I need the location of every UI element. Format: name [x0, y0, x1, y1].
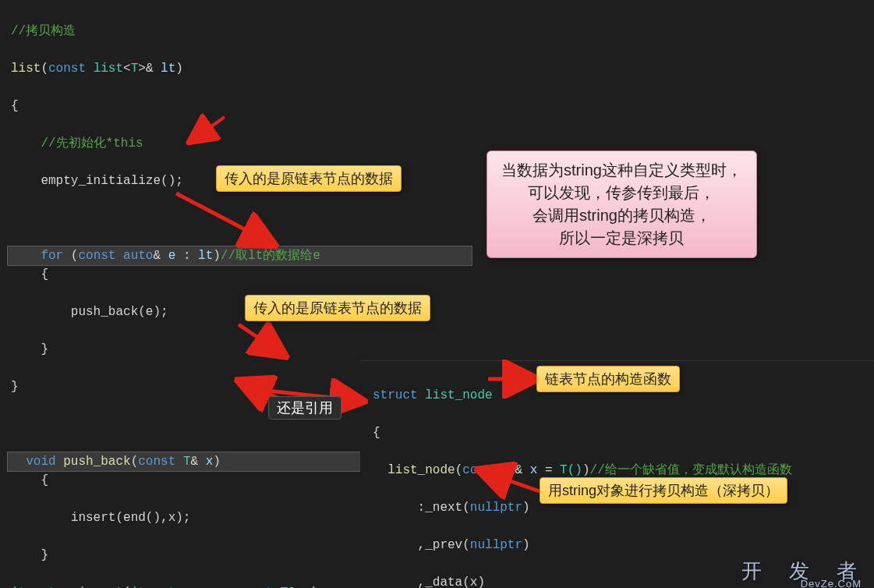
callout-param-original-data-2: 传入的是原链表节点的数据 — [245, 295, 430, 321]
callout-param-original-data-1: 传入的是原链表节点的数据 — [216, 165, 402, 192]
callout-pink-explain: 当数据为string这种自定义类型时， 可以发现，传参传到最后， 会调用stri… — [487, 151, 757, 258]
pink-line-4: 所以一定是深拷贝 — [501, 227, 742, 250]
comment: //拷贝构造 — [11, 24, 76, 38]
callout-deep-copy: 用string对象进行拷贝构造（深拷贝） — [540, 477, 787, 504]
pink-line-1: 当数据为string这种自定义类型时， — [501, 159, 742, 182]
callout-still-reference: 还是引用 — [268, 396, 341, 420]
code-pane-right: struct list_node { list_node(const T& x … — [360, 360, 874, 588]
pink-line-2: 可以发现，传参传到最后， — [501, 182, 742, 204]
pink-line-3: 会调用string的拷贝构造， — [501, 204, 742, 227]
callout-ctor-node: 链表节点的构造函数 — [536, 366, 680, 392]
fn-list: list — [11, 62, 41, 76]
watermark-en: DevZe.CoM — [801, 578, 862, 588]
